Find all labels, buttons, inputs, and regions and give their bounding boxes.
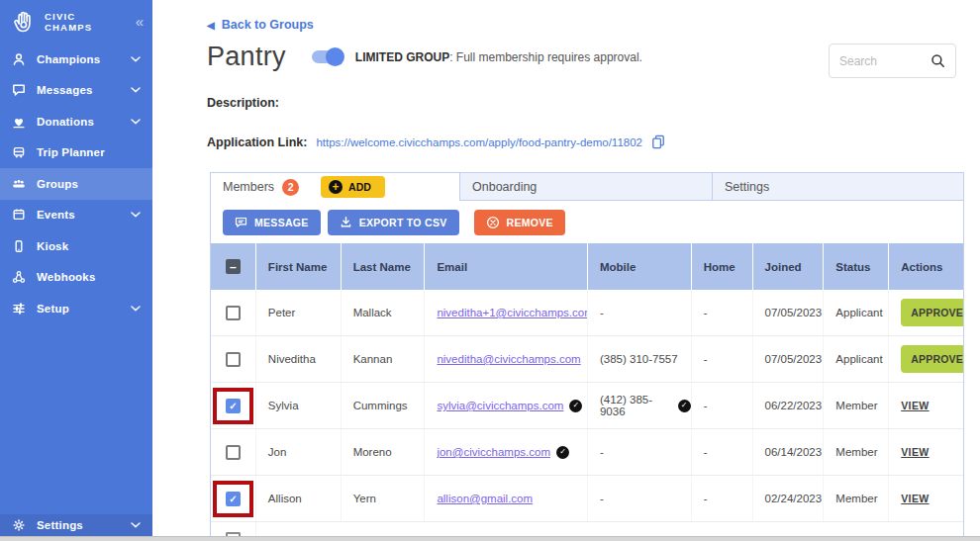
approve-button[interactable]: APPROVE bbox=[901, 299, 963, 326]
sidebar-item-kiosk[interactable]: Kiosk bbox=[0, 230, 152, 262]
row-checkbox[interactable]: ✓ bbox=[226, 492, 241, 506]
application-link-url[interactable]: https://welcome.civicchamps.com/apply/fo… bbox=[316, 136, 642, 148]
table-header-row: – First Name Last Name Email Mobile Home… bbox=[211, 243, 963, 290]
sidebar-item-label: Champions bbox=[37, 53, 131, 65]
description-label: Description: bbox=[207, 96, 279, 110]
plus-icon: + bbox=[329, 180, 343, 194]
table-row-partial bbox=[211, 522, 963, 536]
view-link[interactable]: VIEW bbox=[901, 400, 929, 411]
webhook-icon bbox=[12, 270, 26, 284]
red-annotation-box: ✓ bbox=[213, 481, 253, 517]
chevron-down-icon bbox=[131, 212, 141, 218]
cell-first-name: Jon bbox=[256, 429, 342, 475]
tab-members[interactable]: Members 2 + ADD bbox=[211, 173, 460, 201]
remove-button-label: REMOVE bbox=[507, 217, 553, 228]
search-box bbox=[829, 44, 956, 78]
tab-settings[interactable]: Settings bbox=[713, 173, 963, 201]
column-header-status: Status bbox=[824, 243, 889, 290]
sidebar-item-setup[interactable]: Setup bbox=[0, 293, 152, 324]
chevron-down-icon bbox=[131, 87, 141, 93]
sidebar-item-donations[interactable]: Donations bbox=[0, 106, 152, 137]
red-annotation-box: ✓ bbox=[213, 388, 253, 424]
window-bottom-edge bbox=[0, 536, 980, 541]
cell-last-name: Kannan bbox=[342, 336, 426, 382]
view-link[interactable]: VIEW bbox=[901, 446, 929, 458]
limited-group-label: LIMITED GROUP bbox=[355, 50, 449, 64]
email-link[interactable]: jon@civicchamps.com bbox=[437, 446, 550, 458]
limited-group-text: LIMITED GROUP: Full membership requires … bbox=[355, 50, 642, 64]
sidebar-item-settings[interactable]: Settings bbox=[0, 514, 152, 536]
column-header-last-name: Last Name bbox=[342, 243, 426, 290]
row-checkbox[interactable] bbox=[226, 445, 241, 460]
sidebar-collapse-icon[interactable]: « bbox=[136, 13, 144, 30]
remove-button[interactable]: REMOVE bbox=[474, 210, 565, 235]
gear-icon bbox=[12, 518, 26, 532]
row-checkbox[interactable]: ✓ bbox=[226, 399, 241, 413]
cell-home: - bbox=[692, 383, 753, 428]
sidebar-item-label: Events bbox=[37, 209, 131, 221]
cell-status: Applicant bbox=[824, 336, 889, 382]
cell-status: Applicant bbox=[824, 290, 889, 335]
view-link[interactable]: VIEW bbox=[901, 493, 929, 504]
cell-mobile: - bbox=[588, 476, 692, 521]
copy-icon[interactable] bbox=[651, 135, 665, 149]
column-header-email: Email bbox=[425, 243, 588, 290]
people-group-icon bbox=[12, 177, 26, 191]
select-all-checkbox[interactable]: – bbox=[226, 259, 241, 274]
cell-first-name: Peter bbox=[256, 290, 342, 335]
sidebar-item-events[interactable]: Events bbox=[0, 200, 152, 231]
back-arrow-icon: ◀ bbox=[207, 20, 215, 31]
verified-badge-icon: ✓ bbox=[556, 446, 569, 459]
sidebar-item-label: Trip Planner bbox=[37, 146, 141, 158]
tab-members-label: Members bbox=[223, 180, 274, 194]
column-header-mobile: Mobile bbox=[588, 243, 692, 290]
members-card: Members 2 + ADD Onboarding Settings MESS… bbox=[210, 172, 964, 536]
tab-onboarding-label: Onboarding bbox=[472, 180, 537, 194]
approve-button[interactable]: APPROVE bbox=[901, 345, 963, 373]
tab-onboarding[interactable]: Onboarding bbox=[460, 173, 713, 201]
sidebar-item-messages[interactable]: Messages bbox=[0, 75, 152, 107]
sidebar-item-champions[interactable]: Champions bbox=[0, 44, 152, 75]
sliders-icon bbox=[12, 302, 26, 316]
add-member-button[interactable]: + ADD bbox=[321, 176, 385, 198]
email-link[interactable]: sylvia@civicchamps.com bbox=[437, 400, 563, 411]
cell-joined: 06/14/2023 bbox=[753, 429, 825, 475]
cell-last-name: Cummings bbox=[342, 383, 426, 428]
cell-mobile: (385) 310-7557 bbox=[588, 336, 692, 382]
chevron-down-icon bbox=[131, 119, 141, 125]
email-link[interactable]: allison@gmail.com bbox=[437, 493, 533, 504]
limited-group-toggle[interactable] bbox=[312, 50, 342, 63]
message-button[interactable]: MESSAGE bbox=[223, 210, 321, 235]
column-header-home: Home bbox=[692, 243, 753, 290]
email-link[interactable]: niveditha+1@civicchamps.com bbox=[437, 307, 588, 318]
sidebar-item-trip-planner[interactable]: Trip Planner bbox=[0, 137, 152, 169]
brand: CIVIC CHAMPS « bbox=[0, 0, 152, 44]
sidebar: CIVIC CHAMPS « Champions Messages Donati… bbox=[0, 0, 152, 536]
table-row: Jon Moreno jon@civicchamps.com✓ - - 06/1… bbox=[211, 429, 963, 476]
back-link-label: Back to Groups bbox=[222, 18, 314, 32]
cell-joined: 07/05/2023 bbox=[753, 336, 825, 382]
add-button-label: ADD bbox=[348, 181, 371, 193]
members-toolbar: MESSAGE EXPORT TO CSV REMOVE bbox=[211, 201, 963, 243]
remove-x-icon bbox=[486, 216, 500, 229]
sidebar-item-label: Donations bbox=[37, 116, 131, 128]
sidebar-item-webhooks[interactable]: Webhooks bbox=[0, 262, 152, 294]
column-header-actions: Actions bbox=[889, 243, 963, 290]
chevron-down-icon bbox=[131, 306, 141, 312]
sidebar-item-groups[interactable]: Groups bbox=[0, 168, 152, 200]
verified-badge-icon: ✓ bbox=[678, 400, 691, 412]
cell-first-name: Niveditha bbox=[256, 336, 342, 382]
cell-status: Member bbox=[824, 383, 889, 428]
sidebar-item-label: Kiosk bbox=[37, 240, 141, 252]
sidebar-item-label: Messages bbox=[37, 84, 131, 96]
search-icon[interactable] bbox=[931, 53, 945, 68]
email-link[interactable]: niveditha@civicchamps.com bbox=[437, 353, 580, 365]
main-content: ◀ Back to Groups Pantry LIMITED GROUP: F… bbox=[152, 0, 980, 536]
cell-last-name: Mallack bbox=[342, 290, 426, 335]
export-to-csv-button[interactable]: EXPORT TO CSV bbox=[328, 210, 459, 235]
search-input[interactable] bbox=[839, 54, 927, 68]
back-to-groups-link[interactable]: ◀ Back to Groups bbox=[207, 18, 314, 32]
cell-last-name: Yern bbox=[342, 476, 426, 521]
row-checkbox[interactable] bbox=[226, 306, 241, 320]
row-checkbox[interactable] bbox=[226, 352, 241, 367]
